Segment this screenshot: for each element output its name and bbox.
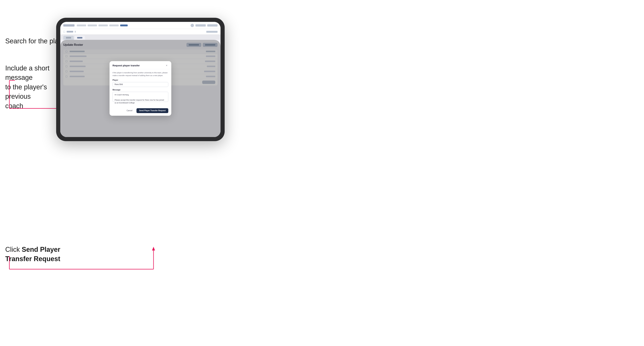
annotation-click-text: Click Send Player Transfer Request [5, 245, 60, 264]
player-input-value: Rees Britt [114, 83, 123, 85]
nav-item-tournaments[interactable] [77, 24, 86, 26]
modal-title: Request player transfer [112, 64, 140, 67]
sub-header [60, 29, 220, 35]
modal-footer: Cancel Send Player Transfer Request [110, 106, 171, 116]
header-right [190, 24, 218, 27]
nav-item-extra[interactable] [120, 24, 128, 26]
tab-roster[interactable] [63, 36, 74, 40]
modal-body: If the player is transferring from anoth… [110, 69, 171, 106]
main-content: Update Roster [60, 40, 220, 137]
breadcrumb-checkbox [63, 31, 65, 33]
nav-item-usermgmt[interactable] [109, 24, 119, 26]
transfer-request-modal: Request player transfer × If the player … [110, 61, 171, 116]
message-field-label: Message [112, 89, 168, 91]
tab-bar [60, 35, 220, 40]
breadcrumb-sep [75, 31, 76, 32]
app-header [60, 22, 220, 29]
player-field-label: Player [112, 79, 168, 81]
nav-item-athletes[interactable] [98, 24, 108, 26]
header-btn-2[interactable] [207, 24, 218, 26]
message-textarea-value: Hi Coach McHarg, Please accept this tran… [114, 94, 164, 104]
modal-header: Request player transfer × [110, 61, 171, 69]
app-logo [63, 24, 74, 26]
svg-marker-7 [152, 247, 155, 250]
tab-active-label [77, 37, 82, 38]
modal-close-button[interactable]: × [165, 64, 168, 67]
breadcrumb-right [206, 31, 218, 33]
player-search-input[interactable]: Rees Britt [112, 82, 168, 87]
tab-roster-label [66, 37, 71, 38]
tablet-device: Update Roster [56, 18, 225, 141]
tab-active[interactable] [74, 36, 85, 40]
cancel-button[interactable]: Cancel [124, 108, 135, 113]
tablet-screen: Update Roster [60, 22, 220, 137]
send-transfer-request-button[interactable]: Send Player Transfer Request [136, 108, 168, 113]
modal-overlay: Request player transfer × If the player … [60, 40, 220, 137]
nav-item-teams[interactable] [88, 24, 97, 26]
modal-description: If the player is transferring from anoth… [112, 71, 168, 77]
header-btn-1[interactable] [196, 24, 206, 26]
breadcrumb-item-1 [67, 31, 73, 32]
message-textarea[interactable]: Hi Coach McHarg, Please accept this tran… [112, 92, 168, 102]
header-avatar [190, 24, 194, 27]
app-nav [77, 24, 188, 26]
